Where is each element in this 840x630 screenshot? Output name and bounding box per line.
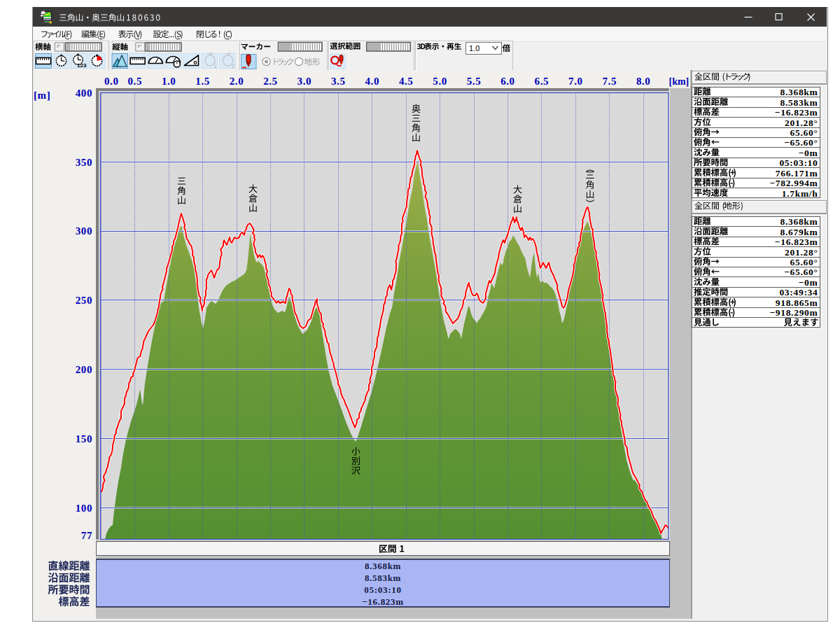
svg-text:123: 123 [77, 62, 87, 69]
svg-text:1.0: 1.0 [469, 44, 479, 52]
svg-text:2: 2 [232, 63, 234, 69]
svg-text:1: 1 [214, 63, 217, 69]
